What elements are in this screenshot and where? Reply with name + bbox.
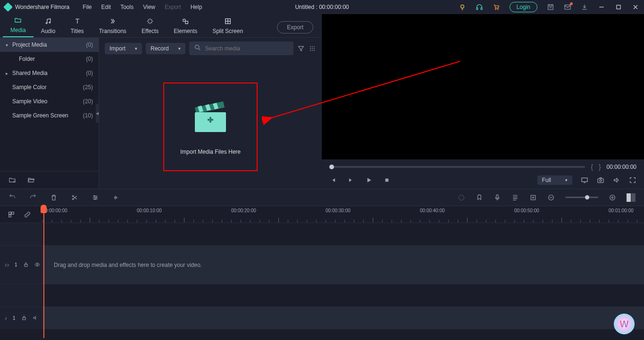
video-track-icon: ▭ — [5, 262, 9, 267]
zoom-in-icon[interactable] — [609, 194, 616, 201]
fit-timeline-icon[interactable] — [627, 193, 636, 202]
undo-icon[interactable] — [8, 194, 16, 201]
message-icon[interactable] — [564, 3, 571, 11]
mark-in-icon[interactable]: { — [591, 163, 593, 171]
video-track[interactable]: ▭ 1 Drag and drop media and effects here… — [0, 245, 644, 284]
delete-icon[interactable] — [50, 194, 58, 201]
maximize-icon[interactable] — [615, 3, 622, 11]
search-input[interactable] — [205, 45, 289, 52]
redo-icon[interactable] — [29, 194, 37, 201]
login-button[interactable]: Login — [510, 2, 537, 12]
tab-audio[interactable]: Audio — [33, 15, 63, 37]
cart-icon[interactable] — [493, 3, 500, 11]
menu-file[interactable]: File — [83, 4, 92, 10]
audio-track[interactable]: ♪ 1 — [0, 307, 644, 329]
marker-icon[interactable] — [476, 194, 483, 201]
search-box[interactable] — [189, 41, 293, 55]
tab-titles[interactable]: Titles — [63, 15, 91, 37]
play-icon[interactable] — [365, 176, 373, 184]
import-dropdown[interactable]: Import ▾ — [105, 43, 142, 54]
playhead[interactable] — [43, 206, 44, 338]
visibility-icon[interactable] — [34, 262, 40, 268]
menu-export[interactable]: Export — [165, 4, 181, 10]
lock-icon[interactable] — [23, 262, 29, 268]
svg-point-37 — [96, 197, 97, 198]
svg-rect-5 — [548, 5, 553, 10]
playhead-handle-icon[interactable] — [41, 205, 47, 213]
download-icon[interactable] — [581, 3, 588, 11]
mark-out-icon[interactable]: } — [599, 163, 601, 171]
sidebar-item-sample-green-screen[interactable]: Sample Green Screen (10) — [0, 108, 99, 123]
collapse-handle-icon[interactable]: ◀ — [96, 104, 99, 123]
app-name: Wondershare Filmora — [15, 4, 69, 10]
link-icon[interactable] — [24, 211, 31, 218]
render-icon[interactable] — [458, 194, 465, 201]
crop-icon[interactable] — [529, 194, 537, 201]
sidebar-item-sample-video[interactable]: Sample Video (20) — [0, 94, 99, 108]
svg-point-13 — [195, 45, 199, 49]
stop-icon[interactable] — [383, 176, 391, 184]
sidebar-item-project-media[interactable]: ▾ Project Media (0) — [0, 38, 99, 52]
timeline-ruler[interactable]: 00:00:00:0000:00:10:0000:00:20:0000:00:3… — [0, 206, 644, 223]
scrubber[interactable] — [329, 166, 585, 168]
svg-point-33 — [600, 180, 602, 182]
tab-media[interactable]: Media — [3, 14, 33, 37]
snapshot-icon[interactable] — [597, 176, 604, 184]
tab-splitscreen[interactable]: Split Screen — [205, 15, 251, 37]
new-folder-icon[interactable] — [8, 176, 16, 184]
timeline-toolbar — [0, 189, 644, 206]
menu-help[interactable]: Help — [191, 4, 202, 10]
quality-select[interactable]: Full ▾ — [537, 175, 572, 185]
sidebar-item-shared-media[interactable]: ▸ Shared Media (0) — [0, 66, 99, 80]
mute-icon[interactable] — [33, 315, 38, 322]
prev-frame-icon[interactable] — [329, 176, 337, 184]
voiceover-icon[interactable] — [493, 194, 501, 201]
filter-icon[interactable] — [297, 45, 305, 52]
sidebar-item-sample-color[interactable]: Sample Color (25) — [0, 80, 99, 94]
media-dropzone[interactable]: Import Media Files Here — [99, 59, 322, 189]
save-icon[interactable] — [547, 3, 554, 11]
split-icon[interactable] — [71, 194, 78, 201]
filmora-badge-icon[interactable]: W — [614, 314, 635, 334]
svg-rect-41 — [531, 195, 535, 199]
track-body[interactable]: Drag and drop media and effects here to … — [42, 246, 644, 284]
adjust-icon[interactable] — [92, 194, 99, 201]
tab-elements[interactable]: Elements — [166, 15, 205, 37]
minimize-icon[interactable] — [598, 3, 605, 11]
sidebar-item-folder[interactable]: Folder (0) — [0, 52, 99, 66]
track-body[interactable] — [42, 307, 644, 329]
folder-open-icon[interactable] — [27, 176, 35, 184]
headphones-icon[interactable] — [476, 3, 483, 11]
export-button[interactable]: Export — [277, 21, 313, 33]
zoom-slider[interactable] — [565, 197, 598, 198]
preview-viewport[interactable] — [322, 14, 644, 159]
svg-point-17 — [310, 48, 311, 49]
dropzone-label: Import Media Files Here — [180, 149, 241, 155]
mixer-icon[interactable] — [511, 194, 519, 201]
svg-point-36 — [94, 195, 95, 196]
menu-view[interactable]: View — [143, 4, 155, 10]
close-icon[interactable] — [632, 3, 639, 11]
menu-edit[interactable]: Edit — [101, 4, 111, 10]
svg-point-4 — [497, 9, 498, 9]
chevron-down-icon: ▾ — [135, 46, 137, 51]
scrubber-thumb[interactable] — [329, 165, 334, 169]
tab-effects[interactable]: Effects — [134, 15, 166, 37]
lock-icon[interactable] — [21, 315, 27, 322]
audio-wave-icon[interactable] — [112, 194, 120, 201]
next-frame-icon[interactable] — [347, 176, 355, 184]
lightbulb-icon[interactable] — [459, 3, 466, 11]
record-dropdown[interactable]: Record ▾ — [146, 43, 185, 54]
zoom-out-icon[interactable] — [547, 194, 555, 201]
svg-point-21 — [312, 50, 313, 51]
zoom-thumb[interactable] — [585, 195, 589, 199]
tab-transitions[interactable]: Transitions — [92, 15, 134, 37]
timeline-tracks: ▭ 1 Drag and drop media and effects here… — [0, 223, 644, 329]
menu-tools[interactable]: Tools — [120, 4, 134, 10]
track-manager-icon[interactable] — [8, 211, 15, 218]
svg-rect-48 — [25, 264, 27, 266]
grid-view-icon[interactable] — [309, 45, 316, 52]
display-icon[interactable] — [581, 176, 588, 184]
fullscreen-icon[interactable] — [629, 176, 636, 184]
volume-icon[interactable] — [613, 176, 620, 184]
